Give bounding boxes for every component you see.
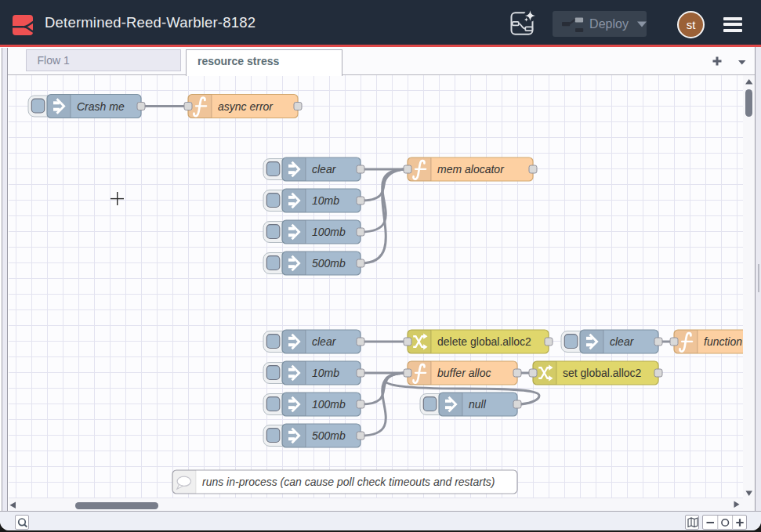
svg-text:function 1: function 1 <box>704 335 743 348</box>
svg-text:clear: clear <box>610 335 635 348</box>
svg-text:10mb: 10mb <box>312 194 339 207</box>
svg-text:Crash me: Crash me <box>77 100 125 113</box>
svg-text:null: null <box>469 398 487 411</box>
svg-text:clear: clear <box>312 163 337 176</box>
svg-text:delete global.alloc2: delete global.alloc2 <box>437 335 531 348</box>
svg-text:100mb: 100mb <box>312 398 346 411</box>
svg-text:500mb: 500mb <box>312 429 346 442</box>
svg-text:runs in-process (can cause pol: runs in-process (can cause poll check ti… <box>202 476 495 488</box>
svg-text:buffer alloc: buffer alloc <box>437 367 491 379</box>
svg-text:10mb: 10mb <box>312 367 339 379</box>
svg-text:clear: clear <box>312 335 337 348</box>
svg-text:100mb: 100mb <box>312 226 346 238</box>
svg-text:mem alocator: mem alocator <box>437 163 505 176</box>
svg-text:async error: async error <box>218 100 274 113</box>
svg-text:set global.alloc2: set global.alloc2 <box>563 367 642 379</box>
svg-text:500mb: 500mb <box>312 257 346 270</box>
